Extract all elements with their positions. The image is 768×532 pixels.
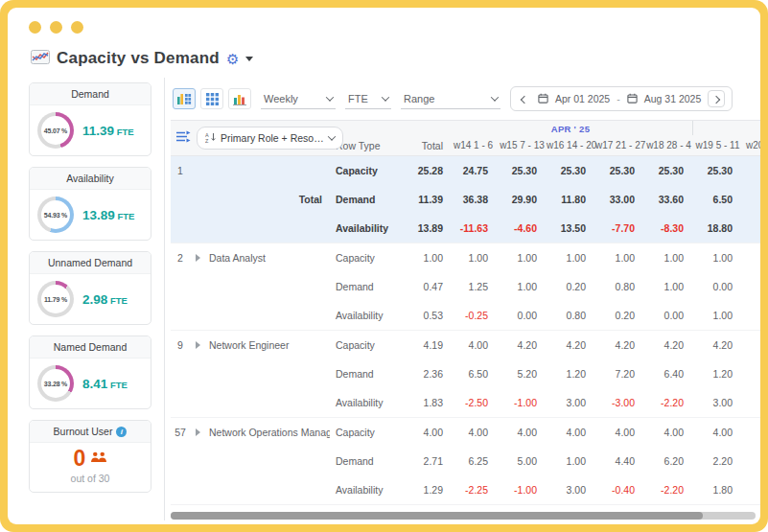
total-value: 1.29: [405, 484, 449, 496]
fte-number: 11.39: [82, 124, 114, 138]
week-value: -0.25: [449, 310, 498, 321]
donut-hole: 54.93 %: [41, 200, 70, 229]
chevron-down-icon: [382, 93, 389, 101]
unit-select[interactable]: FTE: [345, 89, 391, 109]
row-group-total: 1Capacity25.2824.7525.3025.3025.3025.302…: [171, 156, 760, 243]
date-to[interactable]: Aug 31 2025: [644, 93, 702, 104]
info-icon[interactable]: i: [116, 427, 127, 437]
week-value: 6.50: [449, 368, 498, 380]
week-value: -2.25: [449, 484, 498, 496]
week-value: 1.00: [595, 252, 644, 264]
metric-card-title: Named Demand: [30, 336, 151, 359]
view-switcher: [173, 88, 251, 109]
expand-all-rows-icon[interactable]: [175, 129, 191, 147]
table-body: 1Capacity25.2824.7525.3025.3025.3025.302…: [171, 156, 760, 505]
expand-caret-icon[interactable]: [196, 341, 200, 349]
burnout-body: 0 out of 30: [30, 443, 151, 492]
prev-period-button[interactable]: [518, 90, 531, 107]
week-value: 29.90: [498, 194, 547, 205]
week-value: -7.70: [595, 222, 644, 234]
window-dot[interactable]: [71, 21, 83, 34]
metric-card-unnamed-demand: Unnamed Demand11.79 %2.98 FTE: [29, 251, 151, 325]
group-name: Total: [205, 194, 330, 205]
week-value: 4.00: [449, 339, 498, 351]
fte-value: 2.98 FTE: [82, 290, 128, 308]
metrics-sidebar: Demand45.07 %11.39 FTEAvailability54.93 …: [8, 78, 165, 520]
fte-number: 8.41: [82, 377, 107, 391]
metric-card-title: Availability: [30, 168, 151, 190]
metric-card-body: 11.79 %2.98 FTE: [30, 274, 151, 324]
week-value: 6.25: [449, 455, 498, 467]
week-value: 4.20: [644, 339, 693, 351]
chart-grid-view-button[interactable]: [173, 88, 196, 109]
table-row: Availability1.29-2.25-1.003.00-0.40-2.20…: [171, 475, 760, 504]
row-group-network-operations-manager: 57Network Operations ManagerCapacity4.00…: [171, 418, 760, 505]
gear-icon[interactable]: ⚙: [226, 52, 239, 66]
expand-caret-cell[interactable]: [190, 341, 205, 349]
table-row: Demand0.471.251.000.200.801.000.00: [171, 272, 760, 301]
table-row: 2Data AnalystCapacity1.001.001.001.001.0…: [171, 243, 760, 272]
unit-select-value: FTE: [348, 93, 368, 104]
expand-caret-icon[interactable]: [196, 428, 200, 436]
period-select[interactable]: Weekly: [261, 89, 336, 109]
bar-chart-view-button[interactable]: [228, 88, 251, 109]
window-dot[interactable]: [29, 21, 41, 34]
total-value: 13.89: [405, 222, 449, 234]
content: Demand45.07 %11.39 FTEAvailability54.93 …: [8, 78, 760, 520]
total-value: 0.47: [405, 281, 449, 292]
week-value: 1.00: [449, 252, 498, 264]
range-select-value: Range: [404, 93, 434, 104]
row-number: 9: [171, 339, 190, 351]
role-filter-select[interactable]: A Z Primary Role + Resource...: [197, 127, 343, 150]
total-value: 2.71: [405, 455, 449, 467]
row-group-data-analyst: 2Data AnalystCapacity1.001.001.001.001.0…: [171, 243, 760, 331]
donut-hole: 45.07 %: [41, 116, 70, 145]
scrollbar-thumb[interactable]: [171, 512, 703, 520]
date-range-picker: Apr 01 2025 - Aug 31 2025: [510, 86, 733, 111]
week-value: 7.20: [595, 368, 644, 380]
total-value: 25.28: [405, 165, 449, 176]
row-number: 1: [171, 165, 190, 176]
expand-caret-cell[interactable]: [190, 254, 205, 262]
week-value: 24.75: [449, 165, 498, 176]
week-value: 0.00: [693, 281, 742, 292]
week-value: -2.20: [644, 397, 693, 408]
metric-card-availability: Availability54.93 %13.89 FTE: [29, 167, 151, 241]
burnout-card-header: Burnout User i: [30, 421, 151, 443]
horizontal-scrollbar[interactable]: [171, 512, 756, 520]
expand-caret-icon[interactable]: [196, 254, 200, 262]
fte-number: 2.98: [82, 292, 107, 307]
week-column-header: w16 14 - 20: [547, 140, 595, 150]
row-type-label: Capacity: [330, 339, 405, 351]
week-value: 6.40: [644, 368, 693, 380]
fte-number: 13.89: [82, 208, 115, 222]
date-from[interactable]: Apr 01 2025: [555, 93, 610, 104]
week-value: -11.63: [449, 222, 498, 234]
svg-text:Z: Z: [205, 138, 209, 143]
next-period-button[interactable]: [708, 90, 725, 107]
total-value: 1.00: [405, 252, 449, 264]
window-dot[interactable]: [50, 21, 62, 34]
week-value: -1.00: [498, 397, 547, 408]
table-row: Demand2.716.255.001.004.406.202.20: [171, 447, 760, 475]
week-value: -0.40: [595, 484, 644, 496]
week-value: 4.20: [547, 339, 595, 351]
donut-percent-label: 54.93 %: [44, 212, 67, 219]
range-select[interactable]: Range: [401, 89, 500, 109]
week-value: 6.50: [693, 194, 742, 205]
week-value: -2.50: [449, 397, 498, 408]
fte-unit: FTE: [107, 295, 128, 306]
grid-view-button[interactable]: [200, 88, 223, 109]
expand-caret-cell[interactable]: [190, 428, 205, 436]
week-value: 11.80: [547, 194, 595, 205]
week-value: 0.80: [595, 281, 644, 292]
row-type-label: Availability: [330, 397, 405, 408]
week-value: 13.50: [547, 222, 595, 234]
row-type-label: Availability: [330, 310, 405, 321]
week-value: 4.00: [547, 427, 595, 438]
week-value: 4.20: [498, 339, 547, 351]
total-value: 4.19: [405, 339, 449, 351]
donut-percent-label: 45.07 %: [44, 127, 67, 134]
row-type-label: Demand: [330, 281, 405, 292]
chevron-down-icon[interactable]: [245, 57, 253, 61]
